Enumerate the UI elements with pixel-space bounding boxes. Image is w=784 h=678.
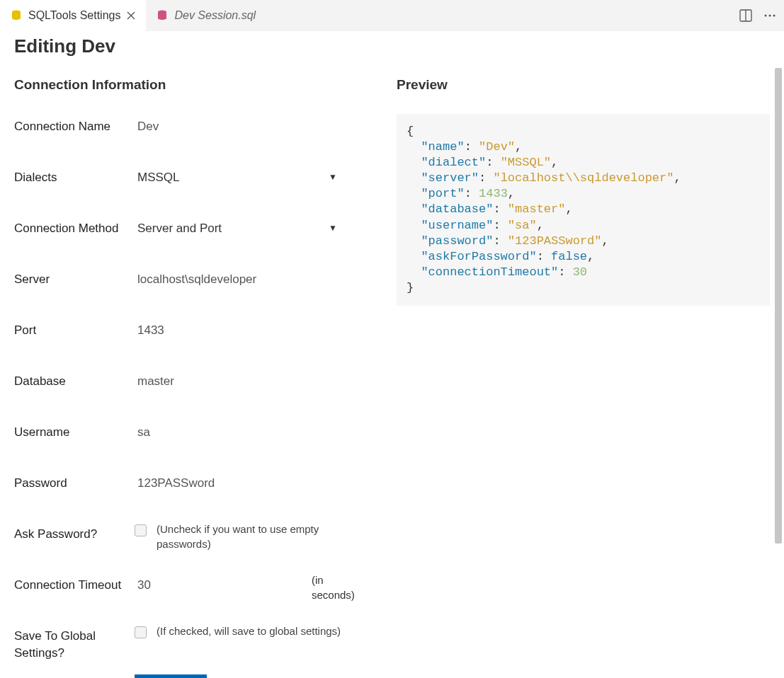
preview-panel: Preview { "name": "Dev", "dialect": "MSS… [397, 77, 770, 678]
ask-password-checkbox[interactable] [135, 524, 147, 536]
label-database: Database [14, 369, 135, 390]
method-value: Server and Port [137, 222, 222, 235]
database-icon [10, 9, 23, 22]
database-input[interactable] [135, 369, 354, 394]
connection-method-select[interactable]: Server and Port ▼ [135, 216, 347, 241]
label-password: Password [14, 471, 135, 492]
update-button[interactable]: UPDATE [135, 674, 207, 678]
label-port: Port [14, 318, 135, 339]
connection-name-input[interactable] [135, 114, 354, 139]
tab-bar: SQLTools Settings Dev Session.sql [0, 0, 784, 31]
label-server: Server [14, 267, 135, 288]
timeout-hint: (in seconds) [312, 573, 368, 602]
editor-actions [739, 0, 777, 31]
label-dialects: Dialects [14, 165, 135, 186]
save-global-checkbox[interactable] [135, 626, 147, 638]
tab-label: Dev Session.sql [174, 9, 256, 22]
tab-sqltools-settings[interactable]: SQLTools Settings [0, 0, 146, 31]
label-save-global: Save To Global Settings? [14, 624, 135, 662]
scrollbar[interactable] [773, 68, 784, 678]
svg-point-6 [773, 15, 776, 17]
timeout-input[interactable] [135, 573, 302, 598]
tab-dev-session[interactable]: Dev Session.sql [146, 0, 266, 31]
database-icon [156, 9, 169, 22]
dialects-value: MSSQL [137, 171, 180, 184]
label-timeout: Connection Timeout [14, 573, 135, 594]
svg-point-4 [765, 15, 767, 17]
chevron-down-icon: ▼ [329, 172, 337, 182]
label-ask-password: Ask Password? [14, 522, 135, 543]
username-input[interactable] [135, 420, 354, 445]
port-input[interactable] [135, 318, 354, 343]
ask-password-hint: (Uncheck if you want to use empty passwo… [157, 522, 348, 551]
content-area: Editing Dev Connection Information Conne… [0, 31, 784, 678]
page-title: Editing Dev [14, 35, 784, 57]
server-input[interactable] [135, 267, 354, 292]
more-actions-icon[interactable] [763, 8, 777, 23]
password-input[interactable] [135, 471, 354, 496]
chevron-down-icon: ▼ [329, 223, 337, 233]
label-connection-method: Connection Method [14, 216, 135, 237]
preview-json: { "name": "Dev", "dialect": "MSSQL", "se… [397, 114, 770, 306]
tab-label: SQLTools Settings [28, 9, 120, 22]
label-connection-name: Connection Name [14, 114, 135, 135]
section-heading: Connection Information [14, 77, 368, 93]
svg-point-5 [769, 15, 771, 17]
scrollbar-thumb[interactable] [775, 68, 782, 544]
close-icon[interactable] [126, 11, 136, 21]
form-panel: Connection Information Connection Name D… [14, 77, 368, 678]
save-global-hint: (If checked, will save to global setting… [157, 624, 341, 638]
dialects-select[interactable]: MSSQL ▼ [135, 165, 347, 190]
preview-heading: Preview [397, 77, 770, 93]
label-username: Username [14, 420, 135, 441]
split-editor-icon[interactable] [739, 8, 753, 23]
